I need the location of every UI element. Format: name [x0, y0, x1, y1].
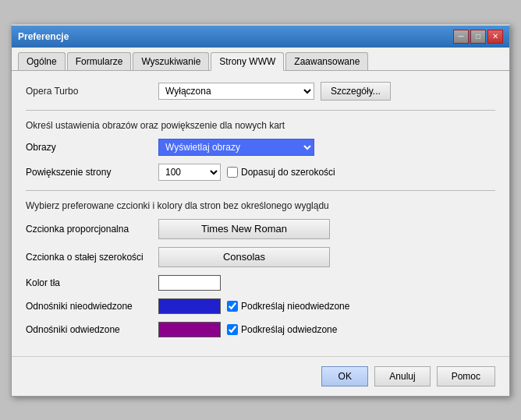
proportional-font-row: Czcionka proporcjonalna Times New Roman — [26, 219, 495, 239]
underline-unvisited-text: Podkreślaj nieodwiedzone — [241, 301, 349, 312]
obrazy-row: Obrazy Wyświetlaj obrazy — [26, 139, 495, 156]
fit-to-width-label: Dopasuj do szerokości — [227, 167, 335, 178]
tab-content: Opera Turbo Wyłączona Szczegóły... Okreś… — [12, 71, 509, 356]
bg-color-swatch[interactable] — [158, 275, 221, 291]
proportional-font-controls: Times New Roman — [158, 219, 330, 239]
opera-turbo-label: Opera Turbo — [26, 86, 158, 97]
visited-row: Odnośniki odwiedzone Podkreślaj odwiedzo… — [26, 322, 495, 337]
unvisited-color-swatch[interactable] — [158, 298, 221, 314]
proportional-font-button[interactable]: Times New Roman — [158, 219, 330, 239]
tab-wyszukiwanie[interactable]: Wyszukiwanie — [133, 52, 209, 70]
opera-turbo-select[interactable]: Wyłączona — [158, 83, 314, 100]
underline-unvisited-label: Podkreślaj nieodwiedzone — [227, 301, 349, 312]
preferences-window: Preferencje ─ □ ✕ Ogólne Formularze Wysz… — [11, 24, 510, 397]
fonts-section-desc: Wybierz preferowane czcionki i kolory dl… — [26, 200, 495, 211]
monospace-font-row: Czcionka o stałej szerokości Consolas — [26, 247, 495, 267]
close-button[interactable]: ✕ — [487, 30, 503, 44]
unvisited-row: Odnośniki nieodwiedzone Podkreślaj nieod… — [26, 298, 495, 314]
underline-visited-label: Podkreślaj odwiedzone — [227, 324, 337, 335]
help-button[interactable]: Pomoc — [437, 366, 495, 386]
obrazy-label: Obrazy — [26, 142, 158, 153]
cancel-button[interactable]: Anuluj — [374, 366, 430, 386]
unvisited-controls: Podkreślaj nieodwiedzone — [158, 298, 349, 314]
opera-turbo-row: Opera Turbo Wyłączona Szczegóły... — [26, 82, 495, 101]
divider-1 — [26, 110, 495, 111]
zoom-row: Powiększenie strony 100 Dopasuj do szero… — [26, 164, 495, 181]
monospace-font-button[interactable]: Consolas — [158, 247, 330, 267]
underline-unvisited-checkbox[interactable] — [227, 301, 238, 312]
minimize-button[interactable]: ─ — [453, 30, 469, 44]
colors-section: Kolor tła Odnośniki nieodwiedzone Podkre… — [26, 275, 495, 337]
underline-visited-checkbox[interactable] — [227, 324, 238, 335]
monospace-font-label: Czcionka o stałej szerokości — [26, 252, 158, 263]
zoom-select[interactable]: 100 — [158, 164, 221, 181]
title-bar: Preferencje ─ □ ✕ — [12, 26, 509, 48]
tab-strony-www[interactable]: Strony WWW — [211, 52, 284, 71]
tabs-bar: Ogólne Formularze Wyszukiwanie Strony WW… — [12, 48, 509, 71]
obrazy-controls: Wyświetlaj obrazy — [158, 139, 314, 156]
tab-formularze[interactable]: Formularze — [67, 52, 132, 70]
bg-color-controls — [158, 275, 221, 291]
proportional-font-label: Czcionka proporcjonalna — [26, 224, 158, 235]
monospace-font-controls: Consolas — [158, 247, 330, 267]
bg-color-label: Kolor tła — [26, 277, 158, 288]
window-title: Preferencje — [18, 31, 69, 42]
visited-label: Odnośniki odwiedzone — [26, 324, 158, 335]
opera-turbo-controls: Wyłączona Szczegóły... — [158, 82, 495, 101]
ok-button[interactable]: OK — [321, 366, 368, 386]
tab-ogolne[interactable]: Ogólne — [18, 52, 66, 70]
obrazy-select[interactable]: Wyświetlaj obrazy — [158, 139, 314, 156]
maximize-button[interactable]: □ — [470, 30, 486, 44]
fit-to-width-checkbox[interactable] — [227, 167, 238, 178]
visited-controls: Podkreślaj odwiedzone — [158, 322, 337, 337]
tab-zaawansowane[interactable]: Zaawansowane — [285, 52, 368, 70]
divider-2 — [26, 190, 495, 191]
title-bar-buttons: ─ □ ✕ — [453, 30, 503, 44]
details-button[interactable]: Szczegóły... — [321, 82, 391, 101]
visited-color-swatch[interactable] — [158, 322, 221, 337]
zoom-label: Powiększenie strony — [26, 167, 158, 178]
unvisited-label: Odnośniki nieodwiedzone — [26, 301, 158, 312]
fit-to-width-text: Dopasuj do szerokości — [241, 167, 335, 178]
underline-visited-text: Podkreślaj odwiedzone — [241, 324, 337, 335]
zoom-controls: 100 Dopasuj do szerokości — [158, 164, 335, 181]
bg-color-row: Kolor tła — [26, 275, 495, 291]
bottom-buttons: OK Anuluj Pomoc — [12, 356, 509, 396]
images-section-desc: Określ ustawienia obrazów oraz powiększe… — [26, 120, 495, 131]
